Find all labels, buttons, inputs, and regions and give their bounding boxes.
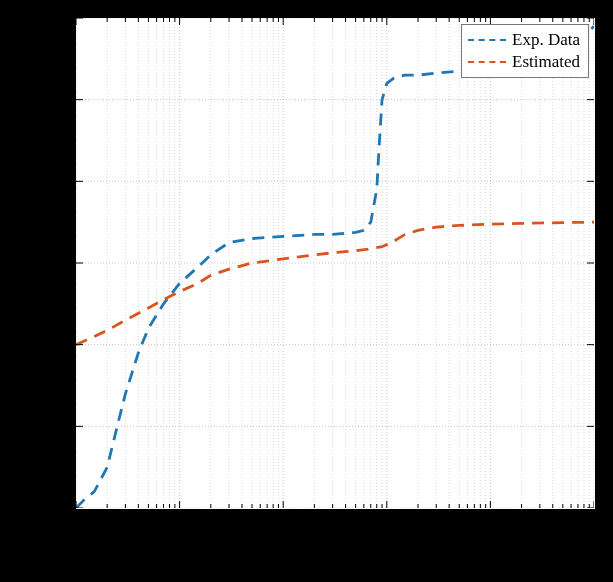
x-tick-label: 10-1 — [165, 513, 192, 536]
series-exp-data — [76, 26, 594, 508]
x-tick-label: 102 — [478, 513, 501, 536]
legend-item-est: Estimated — [468, 51, 580, 73]
legend-label-exp: Exp. Data — [512, 30, 580, 50]
x-tick-label: 10-2 — [62, 513, 89, 536]
x-tick-label: 103 — [582, 513, 605, 536]
plot-svg — [76, 18, 594, 508]
legend-item-exp: Exp. Data — [468, 29, 580, 51]
legend-swatch-est — [468, 61, 506, 63]
chart-canvas: Exp. Data Estimated 020406080100120 10-2… — [0, 0, 613, 582]
grid — [76, 18, 594, 508]
legend: Exp. Data Estimated — [461, 24, 589, 78]
x-tick-label: 101 — [374, 513, 397, 536]
legend-label-est: Estimated — [512, 52, 580, 72]
x-axis-label: Evaporation time t (h) — [75, 545, 596, 567]
plot-area: Exp. Data Estimated — [75, 17, 596, 510]
legend-swatch-exp — [468, 39, 506, 41]
series-estimated — [76, 222, 594, 345]
x-tick-label: 100 — [271, 513, 294, 536]
y-axis-label: Electrical resistance (Ω) — [20, 90, 42, 410]
series-group — [76, 26, 594, 508]
